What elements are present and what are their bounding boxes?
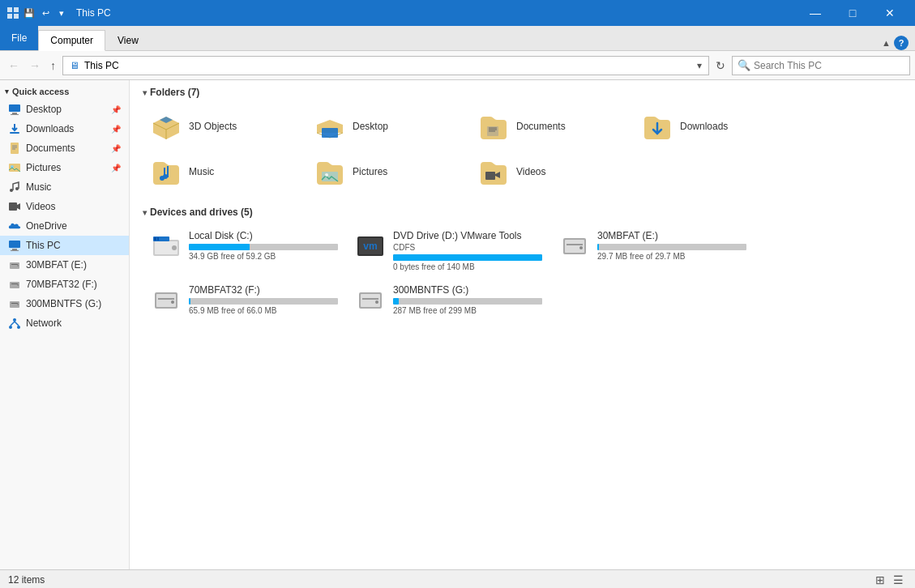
drive-item-c[interactable]: Local Disk (C:) 34.9 GB free of 59.2 GB bbox=[143, 224, 345, 277]
sidebar-item-documents[interactable]: Documents 📌 bbox=[0, 138, 129, 158]
svg-rect-15 bbox=[12, 249, 17, 250]
svg-rect-57 bbox=[362, 298, 378, 300]
drive-e-info: 30MBFAT (E:) 29.7 MB free of 29.7 MB bbox=[597, 230, 746, 261]
drive-item-d[interactable]: vm DVD Drive (D:) VMware Tools CDFS 0 by… bbox=[347, 224, 549, 277]
maximize-button[interactable]: □ bbox=[834, 0, 871, 26]
svg-point-34 bbox=[163, 174, 168, 179]
quick-access-dropdown[interactable]: ▾ bbox=[55, 6, 68, 19]
drives-grid: Local Disk (C:) 34.9 GB free of 59.2 GB … bbox=[143, 224, 902, 322]
music-icon bbox=[8, 181, 21, 194]
sidebar-item-thispc[interactable]: This PC bbox=[0, 236, 129, 255]
local-disk-icon bbox=[150, 230, 182, 262]
status-item-count: 12 items bbox=[8, 574, 45, 586]
sidebar-section-quick-access[interactable]: ▾ Quick access bbox=[0, 83, 129, 100]
pictures-icon bbox=[8, 161, 21, 174]
svg-point-27 bbox=[9, 326, 12, 329]
svg-rect-6 bbox=[11, 114, 19, 115]
search-icon: 🔍 bbox=[738, 59, 750, 71]
svg-point-12 bbox=[15, 187, 19, 190]
window-title: This PC bbox=[76, 7, 792, 19]
sidebar-pictures-label: Pictures bbox=[26, 162, 106, 173]
drive-f-info: 70MBFAT32 (F:) 65.9 MB free of 66.0 MB bbox=[189, 284, 338, 315]
documents-pin-icon: 📌 bbox=[111, 144, 121, 153]
svg-rect-21 bbox=[11, 283, 18, 284]
svg-rect-7 bbox=[10, 132, 19, 134]
drive-e-name: 30MBFAT (E:) bbox=[597, 230, 746, 241]
drive-g-bar-fill bbox=[393, 298, 399, 305]
view-tiles-button[interactable]: ⊞ bbox=[872, 572, 888, 588]
drive-g-bar-bg bbox=[393, 298, 542, 305]
sidebar-item-onedrive[interactable]: OneDrive bbox=[0, 216, 129, 236]
drives-section-header[interactable]: ▾ Devices and drives (5) bbox=[143, 207, 902, 218]
tab-view[interactable]: View bbox=[105, 29, 151, 50]
local-disk-free: 34.9 GB free of 59.2 GB bbox=[189, 252, 338, 261]
drive-item-f[interactable]: 70MBFAT32 (F:) 65.9 MB free of 66.0 MB bbox=[143, 279, 345, 322]
undo-icon[interactable]: ↩ bbox=[39, 6, 52, 19]
sidebar-item-70mbfat32[interactable]: 70MBFAT32 (F:) bbox=[0, 275, 129, 294]
close-button[interactable]: ✕ bbox=[871, 0, 909, 26]
svg-rect-52 bbox=[156, 294, 176, 307]
search-input[interactable] bbox=[754, 60, 904, 71]
help-button[interactable]: ? bbox=[894, 36, 909, 50]
svg-point-36 bbox=[325, 173, 328, 177]
view-list-button[interactable]: ☰ bbox=[890, 572, 907, 588]
address-path[interactable]: 🖥 This PC ▾ bbox=[62, 56, 709, 75]
sidebar-item-videos[interactable]: Videos bbox=[0, 197, 129, 216]
sidebar-documents-label: Documents bbox=[26, 143, 106, 154]
up-button[interactable]: ↑ bbox=[47, 58, 59, 74]
path-pc-icon: 🖥 bbox=[70, 60, 79, 71]
window-icon bbox=[6, 6, 19, 19]
folder-item-downloads[interactable]: Downloads bbox=[634, 104, 796, 148]
sidebar-onedrive-label: OneDrive bbox=[26, 220, 121, 232]
svg-rect-13 bbox=[9, 202, 17, 211]
dvd-drive-info: DVD Drive (D:) VMware Tools CDFS 0 bytes… bbox=[393, 230, 542, 271]
svg-rect-16 bbox=[11, 250, 19, 251]
sidebar: ▾ Quick access Desktop 📌 Downloads 📌 Doc… bbox=[0, 80, 130, 569]
folder-item-documents[interactable]: Documents bbox=[470, 104, 632, 148]
desktop-pin-icon: 📌 bbox=[111, 105, 121, 114]
minimize-button[interactable]: — bbox=[797, 0, 834, 26]
save-icon[interactable]: 💾 bbox=[23, 6, 36, 19]
svg-rect-14 bbox=[9, 241, 20, 248]
sidebar-item-music[interactable]: Music bbox=[0, 177, 129, 197]
tab-file[interactable]: File bbox=[0, 26, 38, 50]
folder-item-3dobjects[interactable]: 3D Objects bbox=[143, 104, 305, 148]
sidebar-item-network[interactable]: Network bbox=[0, 313, 129, 333]
folder-item-videos[interactable]: Videos bbox=[470, 150, 632, 194]
sidebar-music-label: Music bbox=[26, 181, 121, 193]
quick-access-chevron: ▾ bbox=[5, 87, 9, 96]
svg-point-50 bbox=[579, 246, 583, 249]
folders-chevron-icon: ▾ bbox=[143, 88, 147, 97]
svg-rect-5 bbox=[12, 113, 17, 114]
folder-item-desktop[interactable]: Desktop bbox=[306, 104, 468, 148]
svg-rect-37 bbox=[485, 172, 495, 180]
local-disk-name: Local Disk (C:) bbox=[189, 230, 338, 241]
search-box: 🔍 bbox=[732, 56, 910, 75]
drive-item-g[interactable]: 300MBNTFS (G:) 287 MB free of 299 MB bbox=[347, 279, 549, 322]
svg-rect-0 bbox=[7, 7, 12, 12]
folder-item-music[interactable]: Music bbox=[143, 150, 305, 194]
sidebar-item-30mbfat[interactable]: 30MBFAT (E:) bbox=[0, 255, 129, 275]
status-view-icons: ⊞ ☰ bbox=[872, 572, 907, 588]
drive-item-e[interactable]: 30MBFAT (E:) 29.7 MB free of 29.7 MB bbox=[551, 224, 754, 277]
svg-point-40 bbox=[172, 245, 177, 250]
drive-e-icon bbox=[558, 230, 591, 262]
sidebar-desktop-label: Desktop bbox=[26, 104, 106, 115]
folder-music-icon bbox=[150, 156, 182, 188]
sidebar-item-desktop[interactable]: Desktop 📌 bbox=[0, 100, 129, 119]
back-button[interactable]: ← bbox=[5, 58, 23, 74]
sidebar-item-300mbntfs[interactable]: 300MBNTFS (G:) bbox=[0, 294, 129, 313]
folder-item-pictures[interactable]: Pictures bbox=[306, 150, 468, 194]
sidebar-item-downloads[interactable]: Downloads 📌 bbox=[0, 119, 129, 138]
path-dropdown-icon[interactable]: ▾ bbox=[697, 60, 702, 71]
sidebar-downloads-label: Downloads bbox=[26, 123, 106, 134]
sidebar-item-pictures[interactable]: Pictures 📌 bbox=[0, 158, 129, 177]
folder-desktop-label: Desktop bbox=[353, 121, 388, 132]
sidebar-videos-label: Videos bbox=[26, 201, 121, 212]
svg-text:vm: vm bbox=[363, 241, 377, 252]
refresh-button[interactable]: ↻ bbox=[712, 58, 729, 74]
forward-button[interactable]: → bbox=[26, 58, 44, 74]
ribbon-collapse-button[interactable]: ▲ bbox=[882, 38, 891, 48]
tab-computer[interactable]: Computer bbox=[38, 30, 105, 51]
folders-section-header[interactable]: ▾ Folders (7) bbox=[143, 87, 902, 98]
